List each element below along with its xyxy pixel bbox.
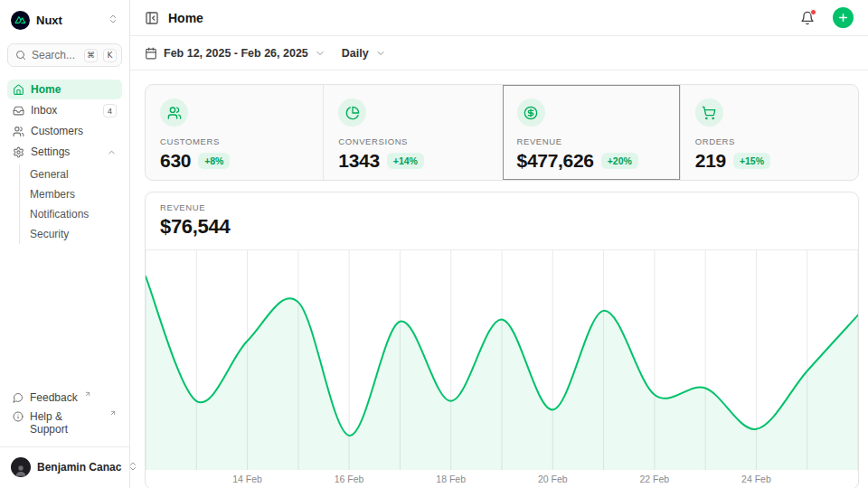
help-support-label: Help & Support — [30, 410, 103, 436]
add-button[interactable] — [833, 7, 854, 28]
sidebar-item-notifications[interactable]: Notifications — [30, 204, 122, 224]
collapse-sidebar-button[interactable] — [145, 11, 159, 25]
home-icon — [13, 84, 24, 96]
x-tick-label: 14 Feb — [232, 474, 262, 484]
stat-delta-badge: +20% — [601, 153, 638, 169]
kbd-meta: ⌘ — [84, 49, 98, 62]
stat-card-revenue[interactable]: REVENUE $477,626 +20% — [502, 85, 680, 180]
stat-value: 219 — [695, 150, 726, 172]
brand-name: Nuxt — [36, 14, 101, 27]
sidebar-item-label: Customers — [31, 125, 117, 137]
stat-delta-badge: +15% — [733, 153, 770, 169]
stat-value: $477,626 — [517, 150, 594, 172]
circle-dollar-icon — [517, 99, 545, 127]
inbox-icon — [13, 105, 24, 117]
calendar-icon — [145, 47, 157, 60]
date-range-picker[interactable]: Feb 12, 2025 - Feb 26, 2025 — [145, 47, 326, 60]
search-icon — [15, 50, 26, 61]
kbd-k: K — [103, 49, 117, 62]
granularity-select[interactable]: Daily — [342, 47, 386, 60]
stat-value: 1343 — [338, 150, 380, 172]
sidebar-item-label: Settings — [31, 145, 100, 158]
search-placeholder: Search... — [32, 49, 79, 61]
sidebar-item-security[interactable]: Security — [30, 224, 122, 244]
chevrons-up-down-icon — [108, 12, 118, 28]
user-menu[interactable]: Benjamin Canac — [7, 455, 122, 479]
help-support-link[interactable]: Help & Support — [7, 408, 122, 438]
feedback-label: Feedback — [30, 391, 78, 404]
avatar — [11, 457, 31, 477]
revenue-chart-card: REVENUE $76,544 14 Feb 16 Feb 18 Feb 20 … — [145, 192, 859, 488]
filter-toolbar: Feb 12, 2025 - Feb 26, 2025 Daily — [130, 36, 868, 70]
plus-icon — [837, 12, 849, 23]
chart-pie-icon — [338, 99, 366, 127]
x-tick-label: 22 Feb — [640, 474, 670, 484]
sidebar-nav: Home Inbox 4 Customers Settings — [7, 80, 122, 244]
main-content: Home Feb 12, 2025 - Feb 26, 2025 Daily — [130, 0, 868, 488]
stat-card-conversions[interactable]: CONVERSIONS 1343 +14% — [323, 85, 501, 180]
stat-label: CONVERSIONS — [338, 136, 486, 146]
arrow-up-right-icon — [84, 390, 91, 398]
sidebar-item-customers[interactable]: Customers — [7, 121, 122, 141]
sidebar: Nuxt Search... ⌘ K Home — [0, 0, 130, 488]
info-circle-icon — [13, 411, 24, 422]
chevron-up-icon — [107, 147, 117, 157]
stat-label: CUSTOMERS — [160, 136, 308, 146]
notifications-button[interactable] — [800, 11, 815, 25]
stats-row: CUSTOMERS 630 +8% CONVERSIONS 1343 +14% — [145, 84, 859, 181]
chart-x-axis: 14 Feb 16 Feb 18 Feb 20 Feb 22 Feb 24 Fe… — [146, 470, 858, 488]
arrow-up-right-icon — [109, 409, 117, 417]
granularity-label: Daily — [342, 47, 369, 60]
revenue-chart-header: REVENUE $76,544 — [146, 192, 858, 249]
settings-submenu: General Members Notifications Security — [19, 164, 122, 244]
chevron-down-icon — [375, 48, 386, 59]
revenue-area-chart[interactable] — [146, 250, 858, 470]
page-body: CUSTOMERS 630 +8% CONVERSIONS 1343 +14% — [130, 70, 868, 488]
dashboard-app: Nuxt Search... ⌘ K Home — [0, 0, 868, 488]
message-circle-icon — [13, 392, 24, 403]
stat-card-customers[interactable]: CUSTOMERS 630 +8% — [146, 85, 323, 180]
page-title: Home — [168, 11, 791, 25]
shopping-cart-icon — [695, 99, 723, 127]
notification-dot — [810, 9, 816, 15]
sidebar-item-members[interactable]: Members — [30, 184, 122, 204]
gear-icon — [13, 146, 24, 158]
x-tick-label: 24 Feb — [741, 474, 771, 484]
stat-delta-badge: +8% — [198, 153, 230, 169]
x-tick-label: 16 Feb — [335, 474, 364, 484]
stat-value: 630 — [160, 150, 191, 172]
users-icon — [13, 126, 24, 137]
stat-delta-badge: +14% — [387, 153, 424, 169]
feedback-link[interactable]: Feedback — [7, 389, 122, 407]
nuxt-logo-icon — [11, 11, 30, 30]
stat-card-orders[interactable]: ORDERS 219 +15% — [680, 85, 858, 180]
sidebar-footer: Feedback Help & Support Benjamin — [7, 389, 122, 479]
sidebar-item-inbox[interactable]: Inbox 4 — [7, 100, 122, 120]
revenue-chart-label: REVENUE — [160, 202, 844, 212]
revenue-chart-value: $76,544 — [160, 215, 844, 239]
user-name: Benjamin Canac — [37, 461, 121, 474]
workspace-switcher[interactable]: Nuxt — [7, 7, 122, 33]
sidebar-divider — [0, 446, 129, 447]
top-bar: Home — [130, 0, 868, 36]
chevron-down-icon — [315, 48, 326, 59]
sidebar-item-home[interactable]: Home — [7, 80, 122, 99]
date-range-label: Feb 12, 2025 - Feb 26, 2025 — [164, 47, 308, 60]
inbox-count-badge: 4 — [103, 104, 117, 117]
sidebar-item-label: Inbox — [31, 104, 97, 117]
stat-label: REVENUE — [517, 136, 665, 146]
sidebar-item-general[interactable]: General — [30, 164, 122, 184]
sidebar-item-label: Home — [31, 83, 117, 96]
x-tick-label: 20 Feb — [538, 474, 568, 484]
sidebar-item-settings[interactable]: Settings — [7, 142, 122, 162]
users-icon — [160, 99, 188, 127]
search-input[interactable]: Search... ⌘ K — [7, 43, 122, 67]
x-tick-label: 18 Feb — [436, 474, 466, 484]
stat-label: ORDERS — [695, 136, 844, 146]
